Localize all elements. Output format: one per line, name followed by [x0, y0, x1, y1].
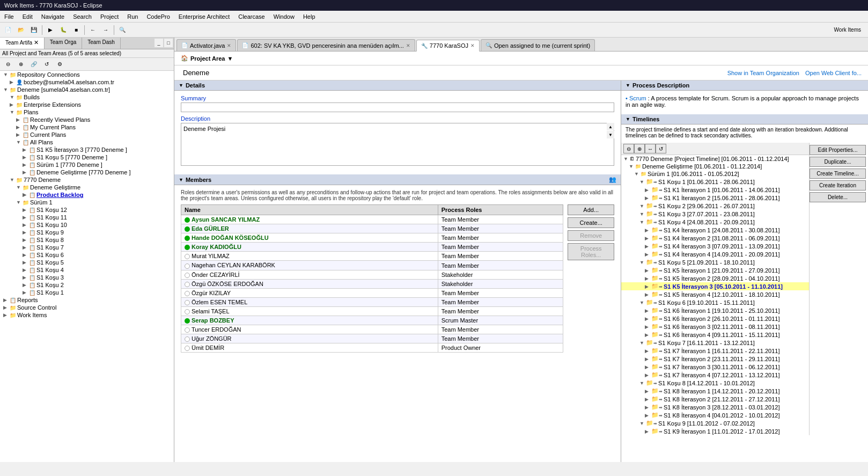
add-member-btn[interactable]: Add...	[568, 204, 614, 215]
menu-project[interactable]: Project	[96, 12, 123, 21]
create-member-btn[interactable]: Create...	[568, 217, 614, 228]
timeline-item[interactable]: ▶📁➡S1 K5 İterasyon 3 [05.10.2011 - 11.10…	[621, 282, 809, 290]
tl-sync-btn[interactable]: ↔	[645, 144, 656, 153]
menu-file[interactable]: File	[0, 12, 18, 21]
tree-item[interactable]: ▶📋S1 Koşu 10	[0, 221, 174, 229]
table-row[interactable]: Özgür KIZILAYTeam Member	[181, 288, 563, 297]
tree-link-btn[interactable]: 🔗	[28, 58, 40, 70]
left-tree[interactable]: ▼📁Repository Connections▶👤bozbey@sumela0…	[0, 71, 174, 462]
tree-item[interactable]: ▶📁Work Items	[0, 311, 174, 319]
timeline-item[interactable]: ▼📁Sürüm 1 [01.06.2011 - 01.05.2012]	[621, 170, 809, 178]
timeline-item[interactable]: ▶📁➡S1 K7 İterasyon 3 [30.11.2011 - 06.12…	[621, 363, 809, 371]
tree-item[interactable]: ▼📁Deneme [sumela04.aselsan.com.tr]	[0, 86, 174, 93]
tree-item[interactable]: ▼📋All Plans	[0, 138, 174, 146]
toolbar-run-btn[interactable]: ▶	[45, 24, 56, 36]
table-row[interactable]: Aysun SANCAR YILMAZTeam Member	[181, 215, 563, 224]
tab-close[interactable]: ✕	[406, 43, 410, 48]
tab-activator.ja[interactable]: 📄Activator.java✕	[176, 39, 236, 51]
tree-item[interactable]: ▼📁Sürüm 1	[0, 199, 174, 206]
project-name-input[interactable]: Deneme	[181, 68, 342, 78]
panel-maximize-btn[interactable]: □	[164, 39, 173, 47]
menu-search[interactable]: Search	[69, 12, 96, 21]
toolbar-forward-btn[interactable]: →	[100, 24, 112, 36]
panel-minimize-btn[interactable]: _	[155, 39, 163, 47]
details-section-header[interactable]: ▼ Details	[174, 80, 621, 91]
toolbar-back-btn[interactable]: ←	[87, 24, 99, 36]
tab-close[interactable]: ✕	[227, 43, 231, 48]
open-web-client-link[interactable]: Open Web Client fo...	[805, 70, 862, 76]
timeline-item[interactable]: ▼🗓7770 Deneme [Project Timeline] [01.06.…	[621, 155, 809, 163]
tree-item[interactable]: ▶📋Sürüm 1 [7770 Deneme ]	[0, 161, 174, 169]
timeline-item[interactable]: ▶📁➡S1 K4 İterasyon 4 [14.09.2011 - 20.09…	[621, 250, 809, 258]
tab-team-dash[interactable]: Team Dash	[82, 38, 121, 49]
toolbar-save-btn[interactable]: 💾	[28, 24, 40, 36]
timeline-item[interactable]: ▶📁➡S1 K7 İterasyon 1 [16.11.2011 - 22.11…	[621, 347, 809, 355]
timeline-item[interactable]: ▶📁➡S1 K5 İterasyon 2 [28.09.2011 - 04.10…	[621, 274, 809, 282]
table-row[interactable]: Özgü ÖZKÖSE ERDOĞANStakeholder	[181, 279, 563, 288]
tree-item[interactable]: ▶📋Product Backlog	[0, 191, 174, 199]
timeline-item[interactable]: ▶📁➡S1 K6 İterasyon 3 [02.11.2011 - 08.11…	[621, 323, 809, 331]
table-row[interactable]: Özlem ESEN TEMELTeam Member	[181, 297, 563, 306]
tree-item[interactable]: ▶📋Reports	[0, 296, 174, 304]
timeline-item[interactable]: ▼📁Deneme Geliştirme [01.06.2011 - 01.12.…	[621, 163, 809, 170]
table-row[interactable]: Tuncer ERDOĞANTeam Member	[181, 325, 563, 334]
tree-item[interactable]: ▶📋S1 Koşu 8	[0, 236, 174, 244]
timeline-item[interactable]: ▼📁➡S1 Koşu 7 [16.11.2011 - 13.12.2011]	[621, 339, 809, 347]
tab-602:svkaykb,[interactable]: 📄602: SV KA YKB, GVD penceresinin ana me…	[237, 39, 415, 51]
remove-member-btn[interactable]: Remove	[568, 230, 614, 241]
timeline-item[interactable]: ▶📁➡S1 K6 İterasyon 4 [09.11.2011 - 15.11…	[621, 331, 809, 339]
tree-item[interactable]: ▶📋S1 Koşu 7	[0, 244, 174, 251]
timeline-item[interactable]: ▶📁➡S1 K5 İterasyon 4 [12.10.2011 - 18.10…	[621, 290, 809, 298]
create-iteration-btn[interactable]: Create Iteration	[810, 180, 866, 191]
tab-7770karasoj[interactable]: 🔧7770 KaraSOJ✕	[416, 40, 480, 52]
timeline-item[interactable]: ▶📁➡S1 K4 İterasyon 2 [31.08.2011 - 06.09…	[621, 234, 809, 242]
delete-btn[interactable]: Delete...	[810, 192, 866, 202]
timeline-item[interactable]: ▼📁➡S1 Koşu 5 [21.09.2011 - 18.10.2011]	[621, 258, 809, 266]
timeline-item[interactable]: ▼📁➡S1 Koşu 1 [01.06.2011 - 28.06.2011]	[621, 178, 809, 186]
timeline-item[interactable]: ▶📁➡S1 K4 İterasyon 3 [07.09.2011 - 13.09…	[621, 242, 809, 250]
timeline-item[interactable]: ▶📁➡S1 K8 İterasyon 1 [14.12.2011 - 20.12…	[621, 387, 809, 395]
timeline-item[interactable]: ▼📁➡S1 Koşu 3 [27.07.2011 - 23.08.2011]	[621, 210, 809, 218]
tree-item[interactable]: ▶📋Recently Viewed Plans	[0, 116, 174, 123]
tree-item[interactable]: ▶👤bozbey@sumela04.aselsan.com.tr	[0, 78, 174, 86]
tree-item[interactable]: ▶📋S1 Koşu 2	[0, 281, 174, 289]
tree-collapse-btn[interactable]: ⊖	[2, 58, 14, 70]
toolbar-stop-btn[interactable]: ■	[70, 24, 82, 36]
menu-run[interactable]: Run	[123, 12, 142, 21]
create-timeline-btn[interactable]: Create Timeline...	[810, 169, 866, 179]
toolbar-open-btn[interactable]: 📂	[15, 24, 27, 36]
timeline-item[interactable]: ▼📁➡S1 Koşu 9 [11.01.2012 - 07.02.2012]	[621, 419, 809, 427]
timeline-item[interactable]: ▶📁➡S1 K8 İterasyon 2 [21.12.2011 - 27.12…	[621, 395, 809, 403]
tree-item[interactable]: ▼📁Builds	[0, 93, 174, 101]
tree-refresh-btn[interactable]: ↺	[41, 58, 53, 70]
tl-refresh-btn[interactable]: ↺	[656, 144, 666, 153]
timeline-item[interactable]: ▼📁➡S1 Koşu 8 [14.12.2011 - 10.01.2012]	[621, 379, 809, 387]
toolbar-search-btn[interactable]: 🔍	[116, 24, 128, 36]
tree-item[interactable]: ▶📋My Current Plans	[0, 123, 174, 131]
members-section-header[interactable]: ▼ Members 👥	[174, 174, 621, 185]
table-row[interactable]: Uğur ZÖNGÜRTeam Member	[181, 334, 563, 343]
timeline-item[interactable]: ▶📁➡S1 K4 İterasyon 1 [24.08.2011 - 30.08…	[621, 226, 809, 234]
table-row[interactable]: Hande DOĞAN KÖSEOĞLUTeam Member	[181, 233, 563, 243]
tab-team-orga[interactable]: Team Orga	[45, 38, 82, 49]
tree-item[interactable]: ▶📋S1 Koşu 3	[0, 274, 174, 281]
tree-item[interactable]: ▶📁Enterprise Extensions	[0, 101, 174, 108]
tree-item[interactable]: ▶📋S1 Koşu 6	[0, 251, 174, 259]
timeline-item[interactable]: ▼📁➡S1 Koşu 6 [19.10.2011 - 15.11.2011]	[621, 298, 809, 306]
tree-expand-btn[interactable]: ⊕	[15, 58, 27, 70]
timeline-item[interactable]: ▶📁➡S1 K8 İterasyon 3 [28.12.2011 - 03.01…	[621, 403, 809, 411]
timeline-item[interactable]: ▼📁➡S1 Koşu 2 [29.06.2011 - 26.07.2011]	[621, 202, 809, 210]
menu-enterprise[interactable]: Enterprise Architect	[174, 12, 234, 21]
timeline-item[interactable]: ▶📁➡S1 K9 İterasyon 1 [11.01.2012 - 17.01…	[621, 427, 809, 435]
tree-item[interactable]: ▶📁Source Control	[0, 304, 174, 311]
timeline-item[interactable]: ▶📁➡S1 K5 İterasyon 1 [21.09.2011 - 27.09…	[621, 266, 809, 274]
tl-expand-btn[interactable]: ⊕	[634, 144, 645, 153]
tree-filter-btn[interactable]: ⚙	[54, 58, 65, 70]
process-desc-header[interactable]: ▼ Process Description	[621, 80, 868, 91]
tree-item[interactable]: ▼📁7770 Deneme	[0, 176, 174, 184]
menu-clearcase[interactable]: Clearcase	[234, 12, 269, 21]
tree-item[interactable]: ▶📋S1 K5 İterasyon 3 [7770 Deneme ]	[0, 146, 174, 153]
tl-collapse-btn[interactable]: ⊖	[623, 144, 634, 153]
timeline-item[interactable]: ▶📁➡S1 K6 İterasyon 1 [19.10.2011 - 25.10…	[621, 306, 809, 314]
tree-item[interactable]: ▼📁Repository Connections	[0, 71, 174, 78]
